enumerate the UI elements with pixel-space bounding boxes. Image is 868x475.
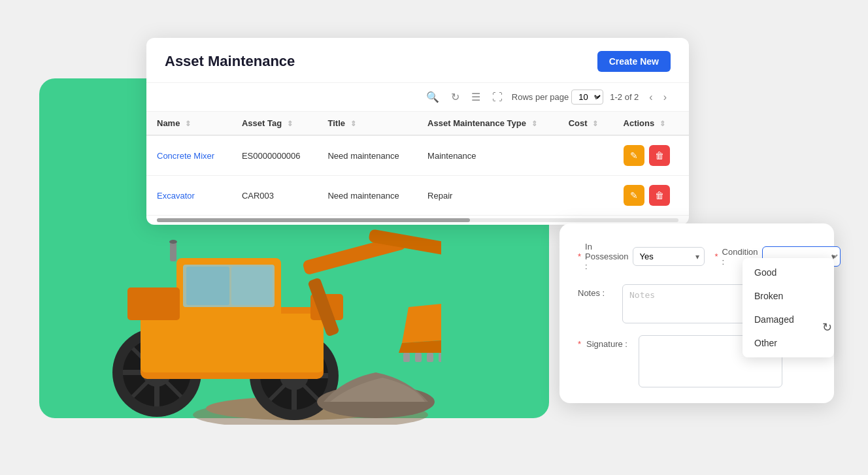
rows-per-page-control: Rows per page 10 25 50 <box>512 90 603 105</box>
in-possession-select[interactable]: Yes No <box>633 247 705 266</box>
svg-rect-20 <box>186 267 229 305</box>
search-icon[interactable]: 🔍 <box>424 90 442 105</box>
condition-dropdown: Good Broken Damaged Other <box>743 258 834 357</box>
asset-tag-sort-icon[interactable]: ⇕ <box>287 120 293 128</box>
col-actions: Actions ⇕ <box>613 112 689 135</box>
cost-sort-icon[interactable]: ⇕ <box>592 120 598 128</box>
svg-rect-31 <box>170 242 176 261</box>
table-row: Excavator CAR003 Need maintenance Repair… <box>146 176 689 216</box>
row2-delete-button[interactable]: 🗑 <box>649 185 670 206</box>
in-possession-label: In Possession : <box>585 242 628 271</box>
svg-rect-22 <box>127 287 180 320</box>
in-possession-group: * In Possession : Yes No <box>578 242 705 271</box>
condition-required: * <box>715 252 718 261</box>
scrollbar-track <box>157 218 678 222</box>
next-page-button[interactable]: › <box>659 90 671 105</box>
row1-name: Concrete Mixer <box>146 135 231 176</box>
svg-rect-27 <box>415 353 422 362</box>
row1-edit-button[interactable]: ✎ <box>624 145 644 166</box>
in-possession-select-wrapper[interactable]: Yes No <box>633 247 705 266</box>
row1-title: Need maintenance <box>317 135 417 176</box>
col-cost: Cost ⇕ <box>558 112 613 135</box>
row2-asset-tag: CAR003 <box>231 176 318 216</box>
notes-label: Notes : <box>578 284 617 298</box>
rows-per-page-label: Rows per page <box>512 92 569 102</box>
form-refresh-icon[interactable]: ↻ <box>822 320 832 335</box>
row2-name: Excavator <box>146 176 231 216</box>
create-new-button[interactable]: Create New <box>597 51 671 72</box>
scrollbar-thumb <box>157 218 470 222</box>
svg-rect-26 <box>403 353 410 362</box>
col-title: Title ⇕ <box>317 112 417 135</box>
table-toolbar: 🔍 ↻ ☰ ⛶ Rows per page 10 25 50 1-2 of 2 … <box>146 83 689 112</box>
row1-cost <box>558 135 613 176</box>
signature-required: * <box>578 335 581 349</box>
pagination-controls: ‹ › <box>645 90 671 105</box>
col-asset-tag: Asset Tag ⇕ <box>231 112 318 135</box>
actions-sort-icon[interactable]: ⇕ <box>659 120 665 128</box>
page-title: Asset Maintenance <box>165 53 295 70</box>
row2-title: Need maintenance <box>317 176 417 216</box>
row1-actions: ✎ 🗑 <box>613 135 689 176</box>
pagination-range: 1-2 of 2 <box>610 92 639 102</box>
rows-per-page-select[interactable]: 10 25 50 <box>571 90 603 105</box>
asset-table: Name ⇕ Asset Tag ⇕ Title ⇕ Asset Mainten… <box>146 112 689 225</box>
row1-maintenance-type: Maintenance <box>417 135 558 176</box>
svg-point-32 <box>169 240 177 244</box>
svg-rect-28 <box>427 353 433 362</box>
rows-per-page-select-wrapper[interactable]: 10 25 50 <box>571 90 603 105</box>
table-row: Concrete Mixer ES0000000006 Need mainten… <box>146 135 689 176</box>
svg-rect-21 <box>231 267 273 305</box>
card-header: Asset Maintenance Create New <box>146 38 689 83</box>
row2-edit-button[interactable]: ✎ <box>624 185 644 206</box>
col-name: Name ⇕ <box>146 112 231 135</box>
fullscreen-icon[interactable]: ⛶ <box>490 90 505 105</box>
in-possession-required: * <box>578 252 581 261</box>
svg-rect-29 <box>439 353 441 362</box>
row2-cost <box>558 176 613 216</box>
row2-actions: ✎ 🗑 <box>613 176 689 216</box>
title-sort-icon[interactable]: ⇕ <box>350 120 356 128</box>
signature-label: Signature : <box>586 335 633 349</box>
dropdown-item-damaged[interactable]: Damaged <box>743 308 834 331</box>
name-sort-icon[interactable]: ⇕ <box>185 120 191 128</box>
dropdown-item-broken[interactable]: Broken <box>743 284 834 308</box>
dropdown-item-other[interactable]: Other <box>743 331 834 355</box>
columns-icon[interactable]: ☰ <box>469 90 483 105</box>
dropdown-item-good[interactable]: Good <box>743 261 834 284</box>
col-maintenance-type: Asset Maintenance Type ⇕ <box>417 112 558 135</box>
maintenance-type-sort-icon[interactable]: ⇕ <box>531 120 537 128</box>
row1-asset-tag: ES0000000006 <box>231 135 318 176</box>
refresh-icon[interactable]: ↻ <box>448 90 462 105</box>
prev-page-button[interactable]: ‹ <box>645 90 656 105</box>
row1-delete-button[interactable]: 🗑 <box>649 145 670 166</box>
asset-maintenance-card: Asset Maintenance Create New 🔍 ↻ ☰ ⛶ Row… <box>146 38 689 225</box>
row2-name-link[interactable]: Excavator <box>157 191 195 201</box>
row1-name-link[interactable]: Concrete Mixer <box>157 151 214 161</box>
row2-maintenance-type: Repair <box>417 176 558 216</box>
